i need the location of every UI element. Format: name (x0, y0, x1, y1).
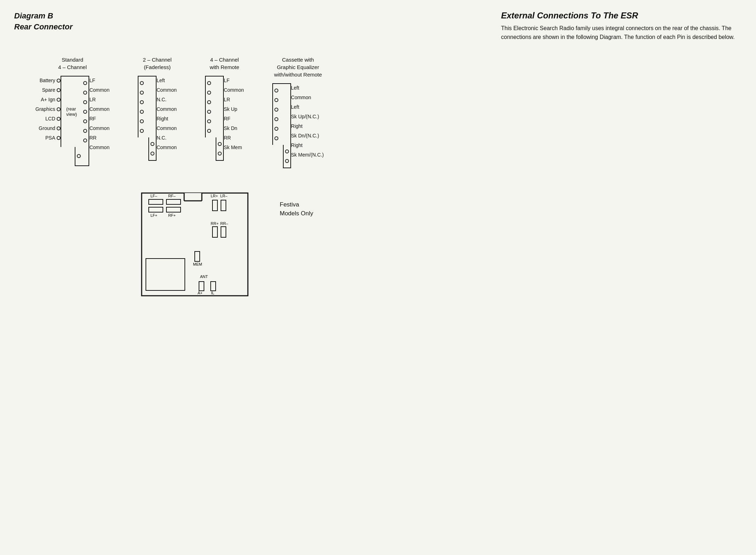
list-item: Ground (39, 124, 61, 133)
list-item: N.C. (157, 133, 166, 143)
circle-item (82, 107, 89, 117)
circle-icon (83, 100, 87, 104)
list-item: Sk Dn (224, 124, 237, 133)
ext-connections-title: External Connections To The ESR (501, 11, 742, 21)
4ch-body: LF Common LR Sk Up RF Sk Dn RR Sk Mem (205, 76, 244, 161)
2ch-body: Left Common N.C. Common Right Common N.C… (138, 76, 177, 161)
cassette-connector: Cassette withGraphic Equalizerwith/witho… (272, 56, 324, 168)
std4-box-wrapper: (rearview) (61, 76, 89, 166)
list-item: LCD (45, 114, 61, 124)
cassette-box-bottom (283, 145, 291, 168)
circle-item (273, 105, 280, 114)
list-item: Sk Up/(N.C.) (291, 112, 319, 121)
circle-icon (150, 152, 154, 155)
std4-body: Battery Spare A+ Ign Graphics (35, 76, 109, 166)
list-item: A+ Ign (41, 95, 61, 104)
circle-icon (207, 110, 211, 114)
circle-item (82, 97, 89, 107)
svg-rect-25 (199, 282, 204, 291)
list-item: N.C. (157, 95, 166, 104)
list-item: PSA (45, 133, 61, 143)
list-item: RF (89, 114, 96, 124)
page-header: Diagram B Rear Connector External Connec… (14, 11, 742, 42)
2ch-right-labels: Left Common N.C. Common Right Common N.C… (157, 76, 177, 161)
std4-connector: Standard4 – Channel Battery Spare A+ Ign (35, 56, 109, 166)
std4-box-top: (rearview) (61, 76, 89, 147)
2ch-connector: 2 – Channel(Faderless) (138, 56, 177, 161)
svg-rect-10 (166, 207, 181, 212)
list-item: LF (224, 76, 229, 85)
list-item: Sk Dn/(N.C.) (291, 131, 319, 141)
list-item: Graphics (35, 104, 61, 114)
4ch-remote-connector: 4 – Channelwith Remote (205, 56, 244, 161)
circle-item (138, 126, 145, 136)
circle-icon (274, 127, 278, 131)
list-item: RF (224, 114, 231, 124)
circle-icon (207, 100, 211, 104)
list-item: Common (157, 85, 177, 95)
svg-rect-21 (195, 251, 200, 261)
circle-item (82, 126, 89, 136)
2ch-title: 2 – Channel(Faderless) (143, 56, 172, 71)
svg-rect-14 (221, 200, 226, 211)
4ch-right-labels: LF Common LR Sk Up RF Sk Dn RR Sk Mem (224, 76, 244, 161)
festiva-section: LF– RF– LF+ RF+ LR+ LR– RR+ RR– MEM ANT (14, 189, 742, 304)
4ch-circles (206, 77, 212, 137)
diagram-title: Diagram B Rear Connector (14, 11, 73, 42)
list-item: Left (291, 83, 299, 93)
circle-item (273, 86, 280, 95)
2ch-box-wrapper (138, 76, 157, 161)
list-item: Common (157, 143, 177, 152)
std4-right-circles (82, 77, 89, 147)
circle-item (149, 149, 156, 158)
circle-item (284, 147, 290, 156)
svg-text:RR–: RR– (220, 221, 228, 226)
std4-box-bottom (75, 147, 89, 166)
svg-rect-13 (212, 200, 217, 211)
circle-icon (83, 110, 87, 114)
circle-icon (285, 149, 289, 153)
circle-item (206, 107, 212, 117)
circle-icon (77, 154, 81, 158)
circle-item (82, 136, 89, 145)
svg-rect-18 (221, 227, 226, 237)
circle-icon (285, 159, 289, 163)
std4-title: Standard4 – Channel (58, 56, 87, 71)
circle-icon (57, 107, 61, 111)
circle-item (206, 97, 212, 107)
4ch-box-bottom (216, 137, 224, 161)
list-item: Common (157, 124, 177, 133)
circle-icon (140, 100, 144, 104)
circle-item (206, 117, 212, 126)
svg-rect-23 (146, 259, 185, 290)
circle-icon (274, 136, 278, 140)
circle-item (138, 117, 145, 126)
4ch-box-top (205, 76, 224, 137)
circle-icon (57, 117, 61, 121)
circle-icon (57, 98, 61, 102)
circle-icon (140, 110, 144, 114)
circle-item (216, 139, 223, 149)
cassette-bottom-circles (284, 145, 290, 168)
circle-icon (140, 91, 144, 95)
circle-icon (57, 88, 61, 92)
circle-icon (140, 129, 144, 133)
list-item: Common (89, 124, 109, 133)
circle-icon (218, 152, 222, 155)
list-item: Right (157, 114, 168, 124)
2ch-box-bottom (148, 137, 157, 161)
circle-icon (57, 136, 61, 140)
cassette-box-wrapper (272, 83, 291, 168)
svg-text:IL: IL (211, 291, 214, 295)
list-item: Right (291, 121, 303, 131)
circle-item (138, 78, 145, 88)
list-item: Sk Mem (224, 143, 242, 152)
cassette-box-top (272, 83, 291, 145)
list-item: Common (89, 85, 109, 95)
list-item: Sk Mem/(N.C.) (291, 150, 324, 160)
circle-item (273, 95, 280, 105)
std4-left-labels: Battery Spare A+ Ign Graphics (35, 76, 61, 166)
svg-text:LF–: LF– (150, 194, 158, 198)
svg-rect-1 (184, 193, 202, 201)
list-item: Right (291, 141, 303, 150)
